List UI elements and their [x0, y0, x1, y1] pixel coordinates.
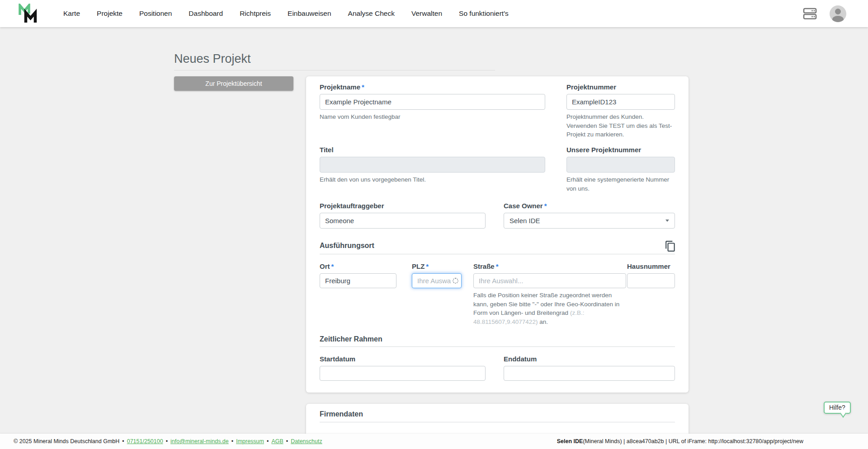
- footer-email-link[interactable]: info@mineral-minds.de: [170, 438, 229, 444]
- nav-item-karte[interactable]: Karte: [63, 9, 80, 18]
- section-firmendaten: Firmendaten: [320, 410, 363, 418]
- projektname-helper: Name vom Kunden festlegbar: [320, 112, 545, 122]
- help-button[interactable]: Hilfe?: [824, 402, 851, 414]
- zur-projektuebersicht-button[interactable]: Zur Projektübersicht: [174, 76, 293, 91]
- main-nav: Karte Projekte Positionen Dashboard Rich…: [63, 0, 509, 27]
- projektnummer-label: Projektnummer: [566, 83, 675, 91]
- enddatum-label: Enddatum: [504, 355, 675, 363]
- startdatum-label: Startdatum: [320, 355, 486, 363]
- titel-helper: Erhält den von uns vorgegebenen Titel.: [320, 175, 545, 184]
- enddatum-input[interactable]: [504, 366, 675, 381]
- server-icon[interactable]: [803, 7, 817, 20]
- required-marker: *: [496, 262, 499, 270]
- nav-item-dashboard[interactable]: Dashboard: [189, 9, 223, 18]
- chevron-down-icon: [665, 220, 669, 222]
- footer-user: Selen IDE: [557, 438, 583, 444]
- required-marker: *: [544, 202, 547, 210]
- strasse-input[interactable]: [473, 273, 626, 288]
- footer-impressum-link[interactable]: Impressum: [236, 438, 264, 444]
- ort-input[interactable]: [320, 273, 396, 288]
- required-marker: *: [331, 262, 334, 270]
- required-marker: *: [426, 262, 429, 270]
- case-owner-select[interactable]: Selen IDE: [504, 213, 675, 229]
- hausnummer-input[interactable]: [627, 273, 675, 288]
- titel-input: [320, 157, 545, 173]
- startdatum-input[interactable]: [320, 366, 486, 381]
- section-divider: [320, 422, 675, 422]
- strasse-label: Straße*: [473, 262, 626, 270]
- projektauftraggeber-input[interactable]: [320, 213, 486, 229]
- case-owner-label: Case Owner*: [504, 202, 675, 210]
- user-avatar[interactable]: [830, 5, 846, 22]
- projektnummer-helper: Projektnummer des Kunden. Verwenden Sie …: [566, 112, 675, 139]
- top-navbar: Karte Projekte Positionen Dashboard Rich…: [0, 0, 868, 27]
- footer-copyright: © 2025 Mineral Minds Deutschland GmbH: [14, 438, 119, 444]
- title-divider: [174, 70, 495, 70]
- footer: © 2025 Mineral Minds Deutschland GmbH • …: [0, 434, 868, 449]
- copy-icon[interactable]: [665, 240, 676, 252]
- footer-session-info: Selen IDE (Mineral Minds) | a8cea470ab2b…: [557, 434, 803, 449]
- avatar-head-icon: [835, 9, 841, 14]
- unsere-projektnummer-input: [566, 157, 675, 173]
- avatar-body-icon: [832, 16, 844, 22]
- projektnummer-input[interactable]: [566, 94, 675, 110]
- section-divider: [320, 254, 675, 254]
- hausnummer-label: Hausnummer: [627, 262, 675, 270]
- section-ausfuehrungsort: Ausführungsort: [320, 242, 374, 250]
- strasse-helper: Falls die Position keiner Straße zugeord…: [473, 291, 626, 326]
- plz-label: PLZ*: [412, 262, 462, 270]
- page-title: Neues Projekt: [174, 52, 251, 66]
- ort-label: Ort*: [320, 262, 396, 270]
- loading-spinner-icon: [453, 278, 458, 284]
- projektname-input[interactable]: [320, 94, 545, 110]
- nav-item-so-funktionierts[interactable]: So funktioniert's: [459, 9, 509, 18]
- footer-left: © 2025 Mineral Minds Deutschland GmbH • …: [14, 434, 322, 449]
- titel-label: Titel: [320, 146, 545, 154]
- nav-item-verwalten[interactable]: Verwalten: [411, 9, 442, 18]
- projektname-label: Projektname*: [320, 83, 545, 91]
- nav-item-projekte[interactable]: Projekte: [97, 9, 123, 18]
- mineral-minds-logo-icon[interactable]: [18, 4, 39, 23]
- unsere-projektnummer-helper: Erhält eine systemgenerierte Nummer von …: [566, 175, 675, 193]
- case-owner-value: Selen IDE: [509, 217, 540, 224]
- section-zeitlicher-rahmen: Zeitlicher Rahmen: [320, 335, 382, 343]
- footer-iframe-url: (Mineral Minds) | a8cea470ab2b | URL of …: [583, 438, 803, 444]
- unsere-projektnummer-label: Unsere Projektnummer: [566, 146, 675, 154]
- nav-item-einbauweisen[interactable]: Einbauweisen: [288, 9, 331, 18]
- projektauftraggeber-label: Projektauftraggeber: [320, 202, 486, 210]
- project-form-card: Projektname* Name vom Kunden festlegbar …: [306, 76, 689, 393]
- footer-datenschutz-link[interactable]: Datenschutz: [291, 438, 322, 444]
- nav-item-positionen[interactable]: Positionen: [139, 9, 172, 18]
- nav-item-analyse-check[interactable]: Analyse Check: [348, 9, 395, 18]
- required-marker: *: [362, 83, 364, 91]
- footer-phone-link[interactable]: 07151/250100: [127, 438, 163, 444]
- nav-item-richtpreis[interactable]: Richtpreis: [240, 9, 271, 18]
- footer-agb-link[interactable]: AGB: [271, 438, 283, 444]
- section-divider: [320, 346, 675, 347]
